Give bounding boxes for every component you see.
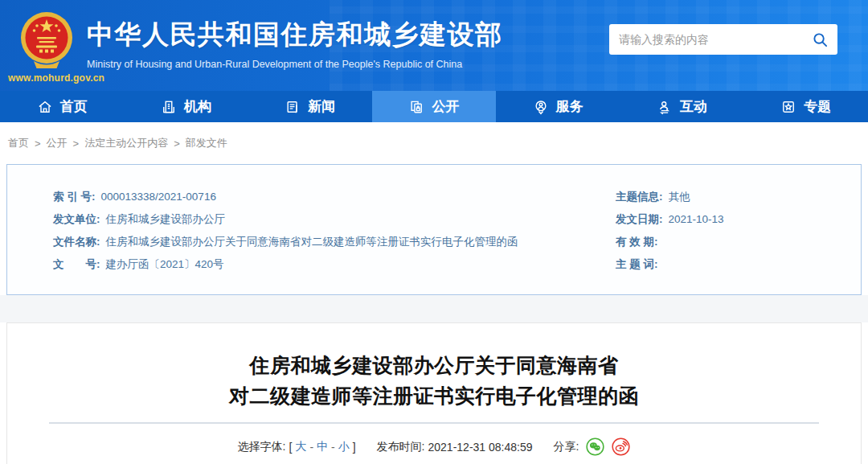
info-value: 住房和城乡建设部办公厅关于同意海南省对二级建造师等注册证书实行电子化管理的函 [106, 236, 518, 248]
disclosure-icon [408, 99, 424, 115]
bracket-close: ] [353, 441, 356, 454]
info-row-issuing-unit: 发文单位:住房和城乡建设部办公厅 [53, 212, 616, 227]
info-value: 建办厅函〔2021〕420号 [106, 258, 224, 270]
article-title-line2: 对二级建造师等注册证书实行电子化管理的函 [7, 380, 861, 411]
nav-label: 公开 [432, 97, 459, 116]
font-select-label: 选择字体: [238, 440, 286, 454]
breadcrumb-item-statutory-content[interactable]: 法定主动公开内容 [84, 136, 168, 150]
weibo-icon [612, 437, 630, 456]
info-label: 发文单位: [53, 213, 100, 225]
site-title-english: Ministry of Housing and Urban-Rural Deve… [87, 59, 503, 70]
breadcrumb-separator: > [174, 138, 180, 150]
topics-icon [780, 99, 796, 115]
nav-label: 服务 [556, 97, 583, 116]
info-value: 2021-10-13 [669, 213, 724, 225]
breadcrumb-separator: > [73, 138, 80, 150]
share-wechat-button[interactable] [586, 437, 604, 456]
info-label: 有 效 期: [616, 236, 658, 248]
font-size-small-button[interactable]: 小 [338, 440, 350, 454]
font-size-medium-button[interactable]: 中 [317, 440, 328, 454]
nav-label: 专题 [804, 97, 831, 116]
article-title: 住房和城乡建设部办公厅关于同意海南省 对二级建造师等注册证书实行电子化管理的函 [7, 350, 861, 411]
font-size-separator: - [331, 441, 335, 454]
main-nav: 首页 机构 新闻 公开 服务 互动 [0, 91, 868, 122]
info-label: 发文日期: [616, 213, 663, 225]
breadcrumb-separator: > [35, 138, 41, 150]
font-size-large-button[interactable]: 大 [295, 440, 306, 454]
interaction-icon [657, 99, 673, 115]
nav-label: 互动 [680, 97, 707, 116]
search-icon [813, 32, 828, 47]
bracket-open: [ [289, 441, 292, 454]
article-meta-bar: 选择字体: [ 大 - 中 - 小 ] 发布时间: 2021-12-31 08:… [7, 437, 861, 456]
title-divider [49, 422, 819, 424]
nav-item-news[interactable]: 新闻 [248, 91, 372, 122]
service-icon [533, 99, 549, 115]
section-gap [0, 295, 868, 322]
info-label: 文件名称: [53, 236, 100, 248]
site-header: www.mohurd.gov.cn 中华人民共和国住房和城乡建设部 Minist… [0, 0, 868, 91]
site-url: www.mohurd.gov.cn [8, 72, 104, 84]
search-button[interactable] [813, 32, 828, 47]
info-value: 000013338/2021-00716 [101, 191, 216, 203]
info-label: 索 引 号: [53, 191, 96, 203]
article-box: 住房和城乡建设部办公厅关于同意海南省 对二级建造师等注册证书实行电子化管理的函 … [6, 322, 862, 464]
news-icon [285, 99, 301, 115]
organization-icon [161, 99, 177, 115]
info-label: 主题信息: [616, 191, 663, 203]
home-icon [37, 99, 53, 115]
info-row-topic-info: 主题信息:其他 [616, 190, 861, 204]
nav-item-disclosure[interactable]: 公开 [372, 91, 496, 122]
site-title: 中华人民共和国住房和城乡建设部 [87, 17, 503, 53]
nav-item-topics[interactable]: 专题 [744, 91, 868, 122]
search-input[interactable] [619, 33, 813, 46]
info-row-validity-period: 有 效 期: [616, 235, 861, 249]
breadcrumb-item-ministry-documents[interactable]: 部发文件 [186, 136, 227, 150]
nav-item-service[interactable]: 服务 [496, 91, 620, 122]
nav-label: 机构 [184, 97, 211, 116]
breadcrumb: 首页 > 公开 > 法定主动公开内容 > 部发文件 [0, 122, 868, 164]
breadcrumb-item-disclosure[interactable]: 公开 [47, 136, 68, 150]
document-info-box: 索 引 号:000013338/2021-00716 发文单位:住房和城乡建设部… [6, 164, 862, 295]
info-label: 主 题 词: [616, 258, 658, 270]
info-row-issue-date: 发文日期:2021-10-13 [616, 212, 861, 227]
article-title-line1: 住房和城乡建设部办公厅关于同意海南省 [7, 350, 861, 380]
search-box [609, 24, 837, 55]
info-value: 其他 [669, 191, 690, 203]
document-info-left-column: 索 引 号:000013338/2021-00716 发文单位:住房和城乡建设部… [53, 190, 616, 294]
info-row-subject-terms: 主 题 词: [616, 257, 861, 272]
nav-item-interaction[interactable]: 互动 [620, 91, 743, 122]
document-info-right-column: 主题信息:其他 发文日期:2021-10-13 有 效 期: 主 题 词: [616, 190, 861, 294]
wechat-icon [586, 437, 604, 456]
nav-label: 新闻 [308, 97, 335, 116]
publish-time-value: 2021-12-31 08:48:59 [428, 441, 533, 454]
info-value: 住房和城乡建设部办公厅 [106, 213, 226, 225]
info-row-document-number: 文 号:建办厅函〔2021〕420号 [53, 257, 616, 272]
national-emblem-icon [18, 8, 76, 72]
info-row-index-number: 索 引 号:000013338/2021-00716 [53, 190, 616, 204]
info-row-document-name: 文件名称:住房和城乡建设部办公厅关于同意海南省对二级建造师等注册证书实行电子化管… [53, 235, 616, 249]
share-weibo-button[interactable] [612, 437, 630, 456]
nav-item-home[interactable]: 首页 [0, 91, 124, 122]
publish-time-label: 发布时间: [377, 440, 425, 454]
breadcrumb-item-home[interactable]: 首页 [8, 136, 29, 150]
font-size-separator: - [309, 441, 313, 454]
nav-item-organization[interactable]: 机构 [124, 91, 248, 122]
nav-label: 首页 [60, 97, 88, 116]
info-label: 文 号: [53, 258, 100, 270]
share-label: 分享: [554, 440, 579, 454]
